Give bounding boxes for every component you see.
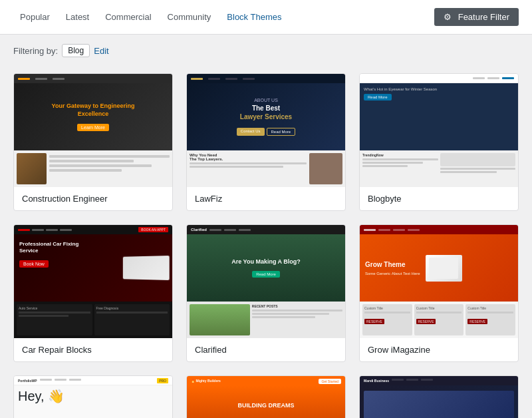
theme-card-car-repair[interactable]: BOOK AN APPT Professional Car FixingServ… <box>13 224 173 362</box>
filter-label: Filtering by: <box>13 46 58 56</box>
theme-name-lawfiz: LawFiz <box>187 187 345 210</box>
filter-bar: Filtering by: Blog Edit <box>0 35 532 67</box>
themes-grid: Your Gateway to EngineeringExcellence Le… <box>0 67 532 418</box>
tab-block-themes[interactable]: Block Themes <box>220 8 288 26</box>
theme-thumbnail-carrepair: BOOK AN APPT Professional Car FixingServ… <box>14 225 172 338</box>
theme-thumbnail-mightybuilders: 🔥 Mighty Builders Get Started BUILDING D… <box>187 376 345 418</box>
tab-commercial[interactable]: Commercial <box>98 8 158 26</box>
theme-thumbnail-portfoliowp: PortfolioWP PRO Hey, 👋 <box>14 376 172 418</box>
theme-name-construction: Construction Engineer <box>14 187 172 210</box>
theme-name-carrepair: Car Repair Blocks <box>14 338 172 361</box>
filter-tag: Blog <box>62 44 90 57</box>
tab-popular[interactable]: Popular <box>13 8 57 26</box>
tab-latest[interactable]: Latest <box>59 8 96 26</box>
theme-thumbnail-clarified: Clarified Are You Making A Blog? Read Mo… <box>187 225 345 338</box>
theme-card-construction-engineer[interactable]: Your Gateway to EngineeringExcellence Le… <box>13 73 173 211</box>
nav-tabs: Popular Latest Commercial Community Bloc… <box>13 8 288 26</box>
feature-filter-button[interactable]: Feature Filter <box>434 8 519 26</box>
theme-thumbnail-blogbyte: What's Hot in Eyewear for Winter Season … <box>360 74 518 187</box>
theme-name-clarified: Clarified <box>187 338 345 361</box>
tab-community[interactable]: Community <box>161 8 218 26</box>
theme-card-mighty-builders[interactable]: 🔥 Mighty Builders Get Started BUILDING D… <box>186 375 346 418</box>
theme-name-blogbyte: Blogbyte <box>360 187 518 210</box>
theme-card-marvel-business[interactable]: Mareli Business <box>359 375 519 418</box>
theme-card-clarified[interactable]: Clarified Are You Making A Blog? Read Mo… <box>186 224 346 362</box>
theme-card-portfoliowp[interactable]: PortfolioWP PRO Hey, 👋 <box>13 375 173 418</box>
page-wrapper: Popular Latest Commercial Community Bloc… <box>0 0 532 418</box>
filter-edit-link[interactable]: Edit <box>94 46 108 56</box>
theme-thumbnail-lawfiz: ABOUT US The BestLawyer Services Contact… <box>187 74 345 187</box>
theme-card-grow-imagazine[interactable]: Grow Theme Some Generic About Text Here … <box>359 224 519 362</box>
nav-bar: Popular Latest Commercial Community Bloc… <box>0 0 532 35</box>
theme-thumbnail-marvelbusiness: Mareli Business <box>360 376 518 418</box>
theme-card-lawfiz[interactable]: ABOUT US The BestLawyer Services Contact… <box>186 73 346 211</box>
gear-icon <box>444 12 454 22</box>
theme-thumbnail-growimagazine: Grow Theme Some Generic About Text Here … <box>360 225 518 338</box>
theme-name-growimagazine: Grow iMagazine <box>360 338 518 361</box>
theme-thumbnail-construction: Your Gateway to EngineeringExcellence Le… <box>14 74 172 187</box>
theme-card-blogbyte[interactable]: What's Hot in Eyewear for Winter Season … <box>359 73 519 211</box>
